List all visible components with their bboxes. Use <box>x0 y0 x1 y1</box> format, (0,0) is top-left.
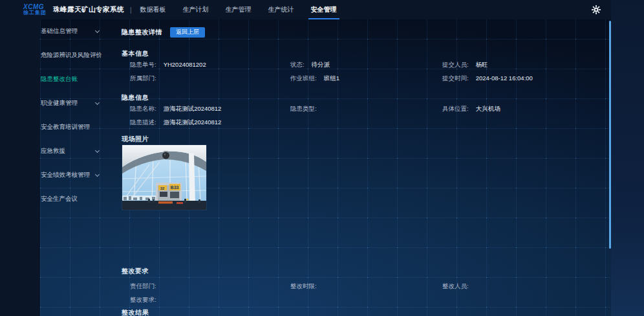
sidebar-item-label: 安全生产会议 <box>41 195 78 203</box>
nav-item-label: 数据看板 <box>140 5 166 14</box>
field-label: 所属部门: <box>130 74 156 83</box>
logo-text-group: 徐工集团 <box>23 10 47 16</box>
section-title-basic-info: 基本信息 <box>122 49 605 58</box>
nav-item-label: 生产管理 <box>226 5 252 14</box>
field-rectify-person: 整改人员: <box>434 282 605 291</box>
field-work-team: 作业班组: 班组1 <box>282 74 434 83</box>
field-hazard-type: 隐患类型: <box>282 105 434 113</box>
nav-item-dashboard[interactable]: 数据看板 <box>138 0 169 19</box>
section-title-scene-photo: 现场照片 <box>122 135 605 144</box>
field-value: 游海花测试20240812 <box>164 119 222 127</box>
scene-photo-thumbnail[interactable]: 32 B33 <box>122 145 206 210</box>
screen: XCMG 徐工集团 珠峰露天矿山专家系统 | 数据看板 生产计划 生产管理 生产… <box>0 0 644 316</box>
field-label: 状态: <box>290 61 305 69</box>
nav-item-production-mgmt[interactable]: 生产管理 <box>223 0 254 19</box>
section-title-hazard-info: 隐患信息 <box>122 93 605 102</box>
chevron-down-icon <box>95 28 100 33</box>
field-label: 整改要求: <box>130 296 156 304</box>
field-value: 2024-08-12 16:04:00 <box>476 74 533 82</box>
gate-sign-right: B33 <box>171 185 179 190</box>
top-menu: 数据看板 生产计划 生产管理 生产统计 安全管理 <box>138 0 351 19</box>
sidebar-menu: 基础信息管理 危险源辨识及风险评价 隐患整改台账 职业健康管理 安全教育培训管理… <box>41 19 125 211</box>
field-hazard-desc: 隐患描述: 游海花测试20240812 <box>122 119 605 127</box>
sidebar-item-hidden-danger-ledger[interactable]: 隐患整改台账 <box>41 67 125 91</box>
field-responsible-dept: 责任部门: <box>122 282 282 291</box>
sidebar-item-label: 隐患整改台账 <box>41 75 78 84</box>
form-row: 所属部门: 作业班组: 班组1 提交时间: 2024-08-12 16:04:0… <box>122 72 605 85</box>
sidebar-item-label: 基础信息管理 <box>41 27 78 36</box>
field-rectify-requirement: 整改要求: <box>122 296 605 304</box>
field-submit-time: 提交时间: 2024-08-12 16:04:00 <box>434 74 605 83</box>
field-label: 责任部门: <box>130 282 156 291</box>
sidebar-item-label: 应急救援 <box>41 147 65 155</box>
form-row: 隐患单号: YH2024081202 状态: 待分派 提交人员: 杨旺 <box>122 58 605 72</box>
field-label: 作业班组: <box>290 74 317 83</box>
main-content: 隐患整改详情 返回上层 基本信息 隐患单号: YH2024081202 状态: … <box>122 19 605 316</box>
field-status: 状态: 待分派 <box>282 61 434 69</box>
field-hazard-no: 隐患单号: YH2024081202 <box>122 61 282 69</box>
nav-item-label: 生产统计 <box>268 5 294 14</box>
page-header: 隐患整改详情 返回上层 <box>122 27 605 38</box>
content-spacer <box>122 210 605 267</box>
field-department: 所属部门: <box>122 74 282 83</box>
nav-item-label: 安全管理 <box>311 5 337 14</box>
sidebar-item-label: 危险源辨识及风险评价 <box>41 51 102 60</box>
form-row: 隐患名称: 游海花测试20240812 隐患类型: 具体位置: 大兴机场 <box>122 102 605 116</box>
app-title: 珠峰露天矿山专家系统 <box>53 5 124 14</box>
form-row: 隐患描述: 游海花测试20240812 <box>122 116 605 130</box>
nav-item-label: 生产计划 <box>183 5 209 14</box>
chevron-down-icon <box>95 100 100 105</box>
app-window: XCMG 徐工集团 珠峰露天矿山专家系统 | 数据看板 生产计划 生产管理 生产… <box>0 0 611 316</box>
sidebar-item-hazard-source-risk-eval[interactable]: 危险源辨识及风险评价 <box>41 43 125 67</box>
section-title-rectify-result: 整改结果 <box>122 308 605 316</box>
form-row: 责任部门: 整改时限: 整改人员: <box>122 280 605 293</box>
field-value: YH2024081202 <box>164 61 206 68</box>
field-value: 杨旺 <box>476 61 488 69</box>
sidebar-rail <box>0 19 40 316</box>
sidebar-item-emergency-rescue[interactable]: 应急救援 <box>41 139 125 163</box>
gear-icon[interactable] <box>592 5 601 14</box>
field-location: 具体位置: 大兴机场 <box>434 105 605 113</box>
airport-terminal-photo: 32 B33 <box>122 145 206 210</box>
field-value: 游海花测试20240812 <box>164 105 222 113</box>
field-rectify-deadline: 整改时限: <box>282 282 434 291</box>
sidebar-item-occupational-health[interactable]: 职业健康管理 <box>41 91 125 115</box>
active-tab-underline <box>308 18 339 19</box>
field-label: 提交人员: <box>442 61 469 69</box>
field-label: 隐患描述: <box>130 119 156 127</box>
field-value: 大兴机场 <box>476 105 500 113</box>
sidebar-item-label: 职业健康管理 <box>41 99 78 107</box>
chevron-down-icon <box>95 172 100 177</box>
xcmg-logo: XCMG 徐工集团 <box>23 4 47 16</box>
top-navbar: XCMG 徐工集团 珠峰露天矿山专家系统 | 数据看板 生产计划 生产管理 生产… <box>0 0 611 19</box>
sidebar-item-label: 安全绩效考核管理 <box>41 171 90 179</box>
field-label: 具体位置: <box>442 105 469 113</box>
field-label: 隐患单号: <box>130 61 156 69</box>
field-label: 提交时间: <box>442 74 469 83</box>
gate-sign-left: 32 <box>160 186 165 190</box>
field-label: 整改人员: <box>442 282 469 291</box>
page-title: 隐患整改详情 <box>122 28 162 37</box>
field-label: 隐患类型: <box>290 105 317 113</box>
nav-item-production-stats[interactable]: 生产统计 <box>266 0 297 19</box>
field-hazard-name: 隐患名称: 游海花测试20240812 <box>122 105 282 113</box>
chevron-down-icon <box>95 148 100 153</box>
field-value: 班组1 <box>324 74 339 83</box>
sidebar-item-safety-meeting[interactable]: 安全生产会议 <box>41 187 125 211</box>
field-label: 整改时限: <box>290 282 317 291</box>
form-row: 整改要求: <box>122 293 605 307</box>
desktop-background <box>611 0 644 316</box>
nav-item-safety-mgmt[interactable]: 安全管理 <box>308 0 339 19</box>
section-title-rectify-requirement: 整改要求 <box>122 267 605 276</box>
nav-item-production-plan[interactable]: 生产计划 <box>180 0 211 19</box>
sidebar-item-label: 安全教育培训管理 <box>41 123 90 131</box>
sidebar-item-safety-performance[interactable]: 安全绩效考核管理 <box>41 163 125 187</box>
field-submitter: 提交人员: 杨旺 <box>434 61 605 69</box>
field-label: 隐患名称: <box>130 105 156 113</box>
status-value: 待分派 <box>312 61 330 69</box>
sidebar-item-safety-education[interactable]: 安全教育培训管理 <box>41 115 125 139</box>
sidebar-item-basic-info-mgmt[interactable]: 基础信息管理 <box>41 19 125 43</box>
title-divider: | <box>130 6 132 14</box>
back-button[interactable]: 返回上层 <box>170 27 205 38</box>
